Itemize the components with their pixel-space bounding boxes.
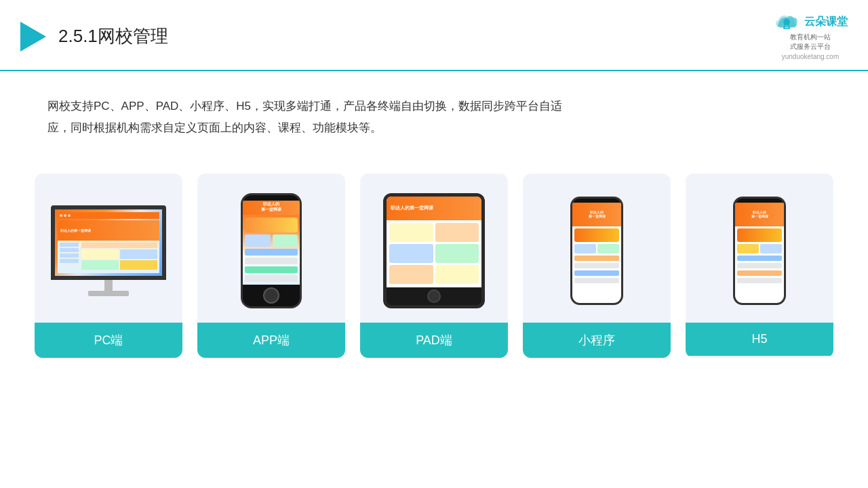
phone-screen: 职达人的第一堂网课 bbox=[243, 201, 300, 285]
card-pad: 职达人的第一堂网课 PAD端 bbox=[360, 174, 508, 358]
card-app: 职达人的第一堂网课 bbox=[197, 174, 345, 358]
h5-phone-body-slim: 职达人的第一堂网课 bbox=[733, 197, 786, 305]
h5-phone-notch bbox=[751, 199, 768, 203]
logo-text: 云朵课堂 bbox=[804, 15, 848, 29]
monitor-screen: 职达人的第一堂网课 bbox=[51, 205, 166, 280]
tablet-screen: 职达人的第一堂网课 bbox=[387, 197, 481, 287]
card-h5-image: 职达人的第一堂网课 bbox=[686, 174, 833, 323]
h5-phone-screen: 职达人的第一堂网课 bbox=[735, 203, 784, 303]
card-miniprogram: 职达人的第一堂网课 bbox=[523, 174, 671, 358]
card-pad-label: PAD端 bbox=[360, 323, 508, 358]
card-pc-label: PC端 bbox=[35, 323, 182, 358]
logo-cloud: 云朵课堂 bbox=[773, 12, 848, 31]
description-text: 网校支持PC、APP、PAD、小程序、H5，实现多端打通，产品各终端自由切换，数… bbox=[0, 71, 610, 153]
cloud-logo-icon bbox=[773, 12, 800, 31]
logo-url: yunduoketang.com bbox=[782, 53, 840, 60]
phone-notch bbox=[261, 195, 281, 201]
app-phone-mockup: 职达人的第一堂网课 bbox=[241, 193, 302, 308]
pc-monitor-mockup: 职达人的第一堂网课 bbox=[51, 205, 166, 296]
logo-subtitle: 教育机构一站 式服务云平台 bbox=[790, 33, 831, 52]
play-icon bbox=[20, 22, 46, 52]
card-app-image: 职达人的第一堂网课 bbox=[197, 174, 345, 323]
card-miniprogram-label: 小程序 bbox=[523, 323, 671, 358]
card-miniprogram-image: 职达人的第一堂网课 bbox=[523, 174, 671, 323]
svg-point-0 bbox=[783, 19, 790, 26]
miniprogram-phone-mockup: 职达人的第一堂网课 bbox=[570, 197, 623, 305]
header-left: 2.5.1网校管理 bbox=[20, 22, 168, 52]
card-pc: 职达人的第一堂网课 bbox=[35, 174, 182, 358]
phone-home-button bbox=[263, 287, 279, 304]
phone-body-slim: 职达人的第一堂网课 bbox=[570, 197, 623, 305]
card-pad-image: 职达人的第一堂网课 bbox=[360, 174, 508, 323]
tablet-home-button bbox=[427, 289, 441, 303]
page-header: 2.5.1网校管理 云朵课堂 教育机构一站 式服务云平台 yunduoketan… bbox=[0, 0, 868, 71]
cards-area: 职达人的第一堂网课 bbox=[0, 160, 868, 358]
tablet-mockup: 职达人的第一堂网课 bbox=[383, 193, 485, 308]
card-pc-image: 职达人的第一堂网课 bbox=[35, 174, 182, 323]
tablet-body: 职达人的第一堂网课 bbox=[383, 193, 485, 308]
page-title: 2.5.1网校管理 bbox=[58, 24, 168, 48]
h5-phone-mockup: 职达人的第一堂网课 bbox=[733, 197, 786, 305]
phone-body: 职达人的第一堂网课 bbox=[241, 193, 302, 308]
logo-area: 云朵课堂 教育机构一站 式服务云平台 yunduoketang.com bbox=[773, 12, 848, 60]
card-app-label: APP端 bbox=[197, 323, 345, 358]
card-h5-label: H5 bbox=[686, 323, 833, 356]
phone-screen-slim: 职达人的第一堂网课 bbox=[572, 203, 621, 303]
phone-notch-slim bbox=[589, 199, 606, 203]
card-h5: 职达人的第一堂网课 bbox=[686, 174, 833, 358]
